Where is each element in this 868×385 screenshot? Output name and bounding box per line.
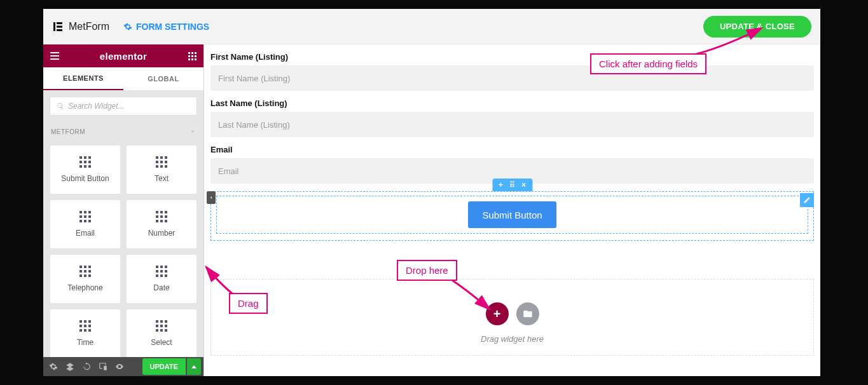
- topbar: MetForm FORM SETTINGS UPDATE & CLOSE: [43, 9, 820, 44]
- folder-icon: [523, 309, 533, 319]
- update-close-button[interactable]: UPDATE & CLOSE: [703, 16, 811, 37]
- widget-text[interactable]: Text: [126, 145, 197, 194]
- footer-update-button[interactable]: UPDATE: [142, 358, 186, 375]
- canvas: First Name (Listing) Last Name (Listing)…: [204, 44, 820, 376]
- svg-rect-3: [57, 29, 62, 31]
- sidebar-header: elementor: [43, 44, 203, 67]
- tab-elements[interactable]: ELEMENTS: [43, 67, 123, 90]
- metform-editor-modal: MetForm FORM SETTINGS UPDATE & CLOSE ele…: [43, 9, 820, 376]
- widget-email[interactable]: Email: [50, 199, 121, 249]
- svg-rect-2: [57, 25, 62, 27]
- widget-submit-button[interactable]: Submit Button: [50, 145, 121, 194]
- brand: MetForm: [52, 21, 109, 32]
- gear-icon: [49, 362, 58, 371]
- svg-rect-1: [57, 22, 62, 24]
- chevron-down-icon: [189, 128, 196, 135]
- chevron-left-icon: [209, 195, 214, 200]
- section-add-button[interactable]: +: [499, 181, 503, 189]
- elementor-e-icon: [52, 21, 64, 32]
- field-first-name: First Name (Listing): [210, 50, 814, 96]
- search-icon: [57, 102, 64, 110]
- history-icon: [82, 362, 91, 371]
- sidebar-menu-button[interactable]: [43, 44, 66, 67]
- annotation-drag: Drag: [229, 293, 268, 314]
- section-drag-handle[interactable]: [207, 191, 216, 204]
- brand-label: MetForm: [69, 21, 109, 32]
- widgets-grid: Submit Button Text Email Number Telephon…: [43, 141, 203, 357]
- selected-column[interactable]: Submit Button: [216, 196, 808, 234]
- dropzone-hint: Drag widget here: [481, 334, 544, 344]
- selected-section[interactable]: + ⠿ × Submit Button: [210, 191, 814, 241]
- sidebar: elementor ELEMENTS GLOBAL METFORM: [43, 44, 204, 376]
- plus-icon: +: [493, 307, 501, 321]
- search-input[interactable]: [68, 102, 190, 111]
- widget-number[interactable]: Number: [126, 199, 197, 249]
- submit-button-widget[interactable]: Submit Button: [468, 201, 556, 228]
- form-settings-label: FORM SETTINGS: [136, 22, 209, 32]
- widgets-category-metform[interactable]: METFORM: [43, 122, 203, 141]
- section-edit-button[interactable]: [800, 193, 814, 207]
- first-name-input[interactable]: [210, 65, 814, 91]
- widget-telephone[interactable]: Telephone: [50, 254, 121, 304]
- footer-update-caret[interactable]: [187, 358, 201, 375]
- section-move-button[interactable]: ⠿: [509, 181, 515, 189]
- add-template-button[interactable]: [516, 302, 539, 325]
- footer-settings-button[interactable]: [46, 359, 61, 374]
- search-widget: [50, 97, 197, 116]
- widget-date[interactable]: Date: [126, 254, 197, 304]
- svg-rect-0: [53, 22, 55, 31]
- form-settings-button[interactable]: FORM SETTINGS: [123, 22, 209, 32]
- sidebar-tabs: ELEMENTS GLOBAL: [43, 67, 203, 90]
- gear-icon: [123, 22, 132, 31]
- canvas-scroll[interactable]: First Name (Listing) Last Name (Listing)…: [204, 44, 820, 376]
- sidebar-footer: UPDATE: [43, 357, 203, 376]
- caret-up-icon: [191, 365, 196, 368]
- section-toolbar: + ⠿ ×: [492, 179, 532, 191]
- last-name-input[interactable]: [210, 112, 814, 137]
- widget-time[interactable]: Time: [50, 309, 121, 357]
- field-last-name: Last Name (Listing): [210, 96, 814, 142]
- footer-history-button[interactable]: [79, 359, 94, 374]
- eye-icon: [115, 362, 124, 371]
- widget-select[interactable]: Select: [126, 309, 197, 357]
- section-delete-button[interactable]: ×: [521, 181, 526, 189]
- field-label: Email: [210, 145, 814, 154]
- devices-icon: [99, 362, 107, 371]
- footer-preview-button[interactable]: [112, 359, 127, 374]
- annotation-drop: Drop here: [397, 260, 457, 281]
- field-label: Last Name (Listing): [210, 98, 814, 108]
- pencil-icon: [803, 196, 811, 204]
- footer-navigator-button[interactable]: [62, 359, 78, 374]
- field-label: First Name (Listing): [210, 52, 814, 62]
- sidebar-title: elementor: [66, 51, 181, 62]
- annotation-click-after: Click after adding fields: [590, 53, 706, 74]
- footer-responsive-button[interactable]: [95, 359, 111, 374]
- widgets-category-label: METFORM: [51, 128, 85, 135]
- tab-global[interactable]: GLOBAL: [123, 67, 203, 90]
- new-section-dropzone[interactable]: + Drag widget here: [210, 279, 814, 356]
- add-section-button[interactable]: +: [486, 302, 509, 325]
- layers-icon: [65, 362, 74, 371]
- sidebar-apps-button[interactable]: [181, 44, 203, 67]
